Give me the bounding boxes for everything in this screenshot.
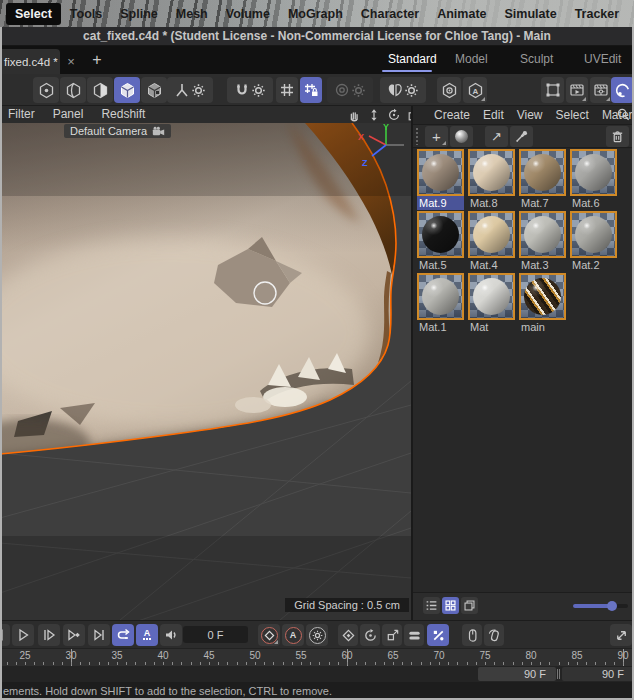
current-frame-field[interactable]: 0 F: [183, 626, 248, 643]
menu-tools[interactable]: Tools: [61, 3, 111, 25]
layout-tab-standard[interactable]: Standard: [388, 52, 437, 66]
ruler-tick: [34, 662, 35, 665]
material-menu-select[interactable]: Select: [556, 108, 589, 122]
menu-tracker[interactable]: Tracker: [566, 3, 628, 25]
list-view-button[interactable]: [423, 597, 440, 614]
next-key-button[interactable]: [63, 624, 85, 646]
symmetry-button[interactable]: [380, 77, 426, 103]
open-node-editor-button[interactable]: ↗: [485, 126, 508, 147]
new-material-ball-button[interactable]: [450, 126, 473, 147]
material-menu-row: Create Edit View Select Material: [413, 106, 634, 123]
delete-material-button[interactable]: [606, 126, 629, 147]
tab-add-icon[interactable]: +: [88, 51, 106, 69]
material-item[interactable]: Mat.3: [519, 211, 566, 272]
dolly-icon[interactable]: [365, 107, 382, 122]
texture-mode-button[interactable]: [141, 77, 167, 103]
quantize-lock-button[interactable]: [300, 77, 322, 103]
menu-render[interactable]: Render: [628, 3, 634, 25]
material-item[interactable]: Mat.9: [417, 149, 464, 210]
rotate-view-icon[interactable]: [385, 107, 402, 122]
render-picture-viewer-button[interactable]: [566, 77, 588, 103]
layout-tab-uvedit[interactable]: UVEdit: [584, 52, 621, 66]
tab-close-icon[interactable]: ×: [63, 53, 79, 69]
toolbar-grip[interactable]: [415, 127, 419, 145]
ruler-tick: [402, 662, 403, 665]
viewport-menu-panel[interactable]: Panel: [53, 107, 84, 121]
render-settings-button[interactable]: [590, 77, 612, 103]
key-rotation-button[interactable]: [360, 624, 380, 646]
keying-settings-button[interactable]: [306, 624, 328, 646]
quantize-grid-button[interactable]: [276, 77, 298, 103]
autokey-display-button[interactable]: A: [136, 624, 158, 646]
menu-simulate[interactable]: Simulate: [496, 3, 566, 25]
material-menu-create[interactable]: Create: [434, 108, 470, 122]
thumbnail-size-slider[interactable]: [573, 604, 628, 608]
preview-end-field[interactable]: 90 F: [562, 667, 634, 681]
viewport-menu-filter[interactable]: Filter: [8, 107, 35, 121]
pan-hand-icon[interactable]: [345, 107, 362, 122]
key-scale-button[interactable]: [382, 624, 402, 646]
menu-spline[interactable]: Spline: [111, 3, 167, 25]
layout-tab-model[interactable]: Model: [455, 52, 488, 66]
loop-playback-button[interactable]: [112, 624, 134, 646]
render-region-button[interactable]: [541, 77, 564, 103]
material-name: Mat.5: [417, 258, 464, 272]
viewport-solo-auto-button[interactable]: A: [463, 77, 487, 103]
window-frame-left: [0, 27, 2, 700]
edge-mode-button[interactable]: [60, 77, 86, 103]
add-material-button[interactable]: +: [425, 126, 448, 147]
goto-end-button[interactable]: [88, 624, 110, 646]
axis-mode-button[interactable]: [167, 77, 213, 103]
polygon-mode-button[interactable]: [87, 77, 113, 103]
menu-volume[interactable]: Volume: [217, 3, 279, 25]
range-grip[interactable]: [557, 669, 560, 679]
layout-tab-sculpt[interactable]: Sculpt: [520, 52, 553, 66]
animation-mouse-button[interactable]: [462, 624, 482, 646]
material-item[interactable]: Mat.4: [468, 211, 515, 272]
viewport-3d[interactable]: Y X Z Default Camera Grid Spacing : 0.5 …: [0, 123, 411, 620]
model-mode-button[interactable]: [114, 77, 140, 103]
menu-mograph[interactable]: MoGraph: [279, 3, 352, 25]
menu-animate[interactable]: Animate: [428, 3, 495, 25]
material-item[interactable]: Mat.6: [570, 149, 617, 210]
material-item[interactable]: Mat.8: [468, 149, 515, 210]
redshift-render-button[interactable]: [611, 77, 634, 103]
keyframe-selection-filter-button[interactable]: [427, 624, 449, 646]
record-keyframe-button[interactable]: [258, 624, 280, 646]
material-item[interactable]: Mat.7: [519, 149, 566, 210]
sound-button[interactable]: [160, 624, 182, 646]
expand-timeline-button[interactable]: [610, 624, 632, 646]
material-item[interactable]: Mat.1: [417, 273, 464, 334]
material-item[interactable]: Mat.5: [417, 211, 464, 272]
material-item[interactable]: main: [519, 273, 566, 334]
search-icon[interactable]: [616, 107, 630, 121]
slider-knob[interactable]: [607, 601, 617, 611]
snap-button[interactable]: [227, 77, 273, 103]
key-position-button[interactable]: [338, 624, 358, 646]
pick-material-button[interactable]: [510, 126, 533, 147]
menu-character[interactable]: Character: [352, 3, 428, 25]
timeline-ruler[interactable]: 202530354045505560657075808590: [0, 648, 634, 666]
grid-view-button[interactable]: [442, 597, 459, 614]
animation-mouse-rotate-button[interactable]: [484, 624, 504, 646]
redshift-render-icon: [614, 82, 631, 99]
key-parameter-button[interactable]: [404, 624, 424, 646]
end-frame-field[interactable]: 90 F: [478, 667, 556, 681]
next-frame-button[interactable]: [38, 624, 60, 646]
viewport-menu-redshift[interactable]: Redshift: [101, 107, 145, 121]
menu-mesh[interactable]: Mesh: [167, 3, 217, 25]
play-button[interactable]: [12, 624, 34, 646]
autokeying-button[interactable]: A: [282, 624, 304, 646]
points-mode-button[interactable]: [33, 77, 59, 103]
material-item[interactable]: Mat: [468, 273, 515, 334]
layer-view-button[interactable]: [461, 597, 478, 614]
document-tab[interactable]: fixed.c4d *: [0, 49, 60, 74]
material-menu-edit[interactable]: Edit: [483, 108, 504, 122]
mouse-rotate-icon: [487, 628, 502, 643]
camera-label[interactable]: Default Camera: [64, 124, 171, 138]
viewport-solo-button[interactable]: [437, 77, 461, 103]
preview-end-value: 90 F: [602, 668, 624, 680]
material-menu-view[interactable]: View: [517, 108, 543, 122]
material-item[interactable]: Mat.2: [570, 211, 617, 272]
menu-select[interactable]: Select: [6, 3, 61, 25]
